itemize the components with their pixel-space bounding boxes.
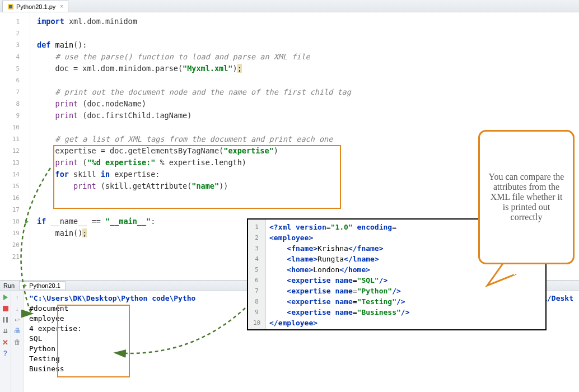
run-label: Run	[3, 282, 15, 289]
annotation-bubble: You can compare the attributes from the …	[478, 130, 575, 264]
xml-gutter: 1 2 3 4 5 6 7 8 9 10	[248, 220, 266, 329]
close-icon[interactable]: ×	[60, 3, 63, 10]
scroll-up-button[interactable]: ↑	[13, 293, 21, 301]
pause-button[interactable]	[2, 316, 10, 324]
rerun-button[interactable]	[2, 293, 10, 301]
play-icon	[24, 284, 27, 287]
soft-wrap-button[interactable]: ↩	[13, 316, 21, 324]
python-file-icon	[7, 3, 14, 10]
print-button[interactable]: 🖶	[13, 327, 21, 335]
run-toolbar-left: ⇊ ✕ ?	[0, 291, 11, 392]
close-button[interactable]: ✕	[2, 338, 10, 346]
line-gutter: 1 2 3 4 5 6 7 8 9 10 11 12 13 14 15 16 1…	[0, 12, 30, 280]
run-gutter-icon[interactable]	[25, 220, 29, 224]
stop-button[interactable]	[2, 305, 10, 312]
scroll-down-button[interactable]: ↓	[13, 305, 21, 312]
run-toolbar-inner: ↑ ↓ ↩ 🖶 🗑	[11, 291, 24, 392]
tab-filename: Python20.1.py	[16, 3, 55, 10]
layout-button[interactable]: ⇊	[2, 327, 10, 335]
file-tab[interactable]: Python20.1.py ×	[2, 1, 68, 12]
clear-button[interactable]: 🗑	[13, 338, 21, 346]
help-button[interactable]: ?	[2, 349, 10, 357]
run-tab[interactable]: Python20.1	[19, 281, 66, 290]
editor-tabbar: Python20.1.py ×	[0, 0, 579, 12]
